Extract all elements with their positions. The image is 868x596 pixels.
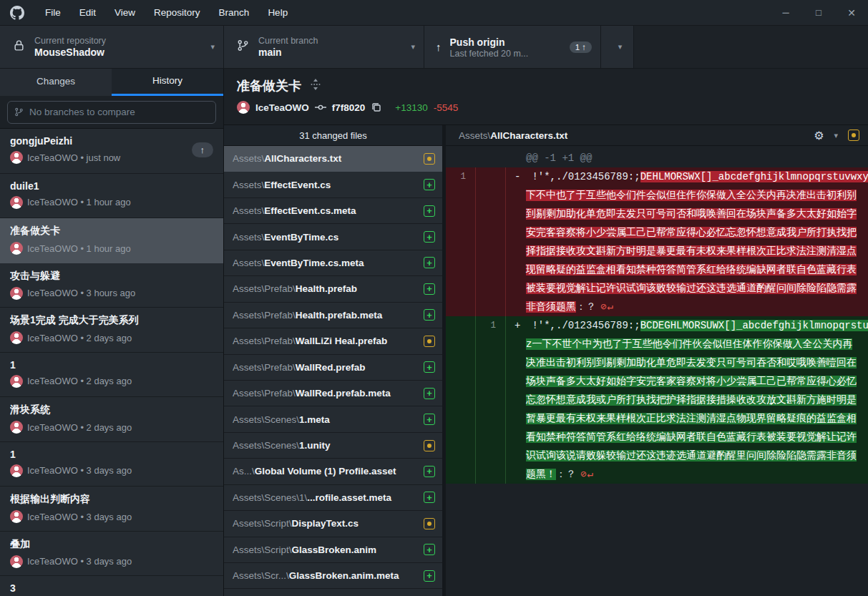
commit-list-item[interactable]: duile1 IceTeaOWO • 1 hour ago	[0, 174, 223, 219]
diff-file-header: Assets\AllCharacters.txt ⚙ ▾	[446, 125, 868, 146]
maximize-button[interactable]: □	[802, 0, 835, 26]
main-panel: 准备做关卡 IceTeaOWO f7f8020 +13130	[224, 69, 868, 596]
new-line-number	[476, 149, 506, 167]
file-list-item[interactable]: As...\Global Volume (1) Profile.asset	[224, 459, 442, 484]
file-name: Global Volume (1) Profile.asset	[255, 466, 396, 477]
file-path-prefix: Assets\Scenes\1\	[233, 492, 307, 503]
gear-icon[interactable]: ⚙	[814, 129, 824, 142]
commit-meta: IceTeaOWO • 2 days ago	[27, 333, 132, 343]
copy-icon[interactable]	[371, 102, 382, 113]
file-name: EventByTime.cs.meta	[264, 258, 364, 268]
commit-list-item[interactable]: 3	[0, 576, 223, 596]
file-name: WallLiZi Heal.prefab	[296, 336, 388, 346]
push-options-dropdown[interactable]: ▾	[601, 26, 634, 68]
file-list-item[interactable]: Assets\Prefab\WallRed.prefab.meta	[224, 381, 442, 406]
file-list-item[interactable]: Assets\Scenes\1\...rofile.asset.meta	[224, 485, 442, 511]
file-list-item[interactable]: Assets\Script\GlassBroken.anim	[224, 537, 442, 563]
commit-list-item[interactable]: 1 IceTeaOWO • 2 days ago	[0, 353, 223, 398]
menubar-item[interactable]: View	[105, 0, 145, 26]
file-path-prefix: Assets\	[233, 205, 264, 216]
commit-title: 准备做关卡	[10, 225, 213, 238]
new-line-number	[476, 223, 506, 242]
commit-list-item[interactable]: 根据输出判断内容 IceTeaOWO • 3 days ago	[0, 487, 223, 532]
file-list-item[interactable]: Assets\Script\DisplayText.cs	[224, 511, 442, 537]
unpushed-badge: ↑	[192, 142, 214, 157]
new-line-number	[476, 335, 506, 353]
old-line-number	[446, 353, 476, 372]
minimize-button[interactable]: ─	[769, 0, 802, 26]
new-line-number	[476, 409, 506, 428]
menubar-item[interactable]: Branch	[210, 0, 259, 26]
file-path-prefix: Assets\Scr...\	[233, 570, 289, 581]
commit-title: 1	[10, 449, 213, 460]
new-line-number: 1	[476, 316, 506, 335]
diff-panel: Assets\AllCharacters.txt ⚙ ▾	[446, 125, 868, 596]
file-list-item[interactable]: Assets\Scenes\1.unity	[224, 433, 442, 459]
menubar-item[interactable]: Repository	[145, 0, 210, 26]
file-list-item[interactable]: Assets\AllCharacters.txt	[224, 146, 442, 172]
commit-list-item[interactable]: gongjuPeizhi IceTeaOWO • just now ↑	[0, 129, 223, 174]
file-name: WallRed.prefab.meta	[296, 388, 391, 399]
current-repository-value: MouseShadow	[34, 47, 205, 58]
avatar	[10, 196, 23, 209]
file-name: ...rofile.asset.meta	[307, 492, 391, 503]
file-path-prefix: Assets\Scenes\	[233, 440, 299, 451]
commit-title: gongjuPeizhi	[10, 135, 213, 147]
file-status-icon	[424, 231, 435, 243]
file-name: Health.prefab	[296, 283, 357, 294]
close-button[interactable]: ✕	[835, 0, 868, 26]
chevron-down-icon: ▾	[210, 42, 215, 52]
branch-filter-input[interactable]	[7, 101, 216, 124]
file-list-item[interactable]: Assets\Prefab\Health.prefab	[224, 276, 442, 302]
commit-list-item[interactable]: 攻击与躲避 IceTeaOWO • 3 hours ago	[0, 263, 223, 308]
commit-list-item[interactable]: 场景1完成 完成大于完美系列 IceTeaOWO • 2 days ago	[0, 308, 223, 353]
old-line-number	[446, 149, 476, 167]
old-line-number	[446, 186, 476, 205]
current-branch-button[interactable]: Current branch main ▾	[224, 26, 424, 68]
push-origin-button[interactable]: ↑ Push origin Last fetched 20 m... 1 ↑	[424, 26, 601, 68]
file-list-item[interactable]	[224, 589, 442, 596]
commit-list-item[interactable]: 滑块系统 IceTeaOWO • 2 days ago	[0, 397, 223, 442]
commit-meta: IceTeaOWO • 3 days ago	[27, 556, 132, 567]
old-line-number	[446, 298, 476, 316]
file-list-item[interactable]: Assets\EffectEvent.cs.meta	[224, 198, 442, 224]
diff-content: @@ -1 +1 @@ 1 - !'*,./0123456789:;DEHLMO…	[446, 146, 868, 596]
commit-meta: IceTeaOWO • 1 hour ago	[27, 197, 131, 207]
commit-list-item[interactable]: 准备做关卡 IceTeaOWO • 1 hour ago	[0, 218, 223, 263]
tab-changes[interactable]: Changes	[0, 69, 112, 96]
file-status-icon	[424, 309, 435, 321]
file-status-icon	[424, 283, 435, 295]
commit-title: 场景1完成 完成大于完美系列	[10, 314, 213, 327]
chevron-down-icon[interactable]: ▾	[834, 131, 838, 140]
file-list-item[interactable]: Assets\EventByTime.cs.meta	[224, 250, 442, 276]
file-name: EventByTime.cs	[264, 232, 338, 243]
file-list-item[interactable]: Assets\Prefab\WallLiZi Heal.prefab	[224, 328, 442, 354]
menubar-item[interactable]: File	[36, 0, 70, 26]
menubar-item[interactable]: Edit	[70, 0, 105, 26]
current-branch-label: Current branch	[258, 36, 405, 46]
commit-title: 叠加	[10, 538, 213, 551]
file-name: EffectEvent.cs	[264, 180, 331, 190]
file-list-item[interactable]: Assets\Scenes\1.meta	[224, 406, 442, 432]
menubar-item[interactable]: Help	[258, 0, 297, 26]
ahead-count-badge: 1 ↑	[570, 41, 592, 53]
commit-meta: IceTeaOWO • just now	[27, 152, 120, 163]
file-list-item[interactable]: Assets\EffectEvent.cs	[224, 172, 442, 197]
file-name: GlassBroken.anim.meta	[289, 570, 399, 581]
file-list-item[interactable]: Assets\Prefab\WallRed.prefab	[224, 355, 442, 381]
commit-list-item[interactable]: 叠加 IceTeaOWO • 3 days ago	[0, 532, 223, 577]
tab-history[interactable]: History	[112, 69, 223, 96]
current-repository-button[interactable]: Current repository MouseShadow ▾	[0, 26, 224, 68]
commit-meta: IceTeaOWO • 1 hour ago	[27, 243, 131, 254]
commit-list-item[interactable]: 1 IceTeaOWO • 3 days ago	[0, 442, 223, 487]
file-path-prefix: Assets\Script\	[233, 518, 292, 529]
file-status-icon	[424, 361, 435, 373]
drag-handle-icon[interactable]	[310, 79, 321, 93]
avatar	[237, 101, 250, 114]
file-list-item[interactable]: Assets\EventByTime.cs	[224, 224, 442, 250]
avatar	[10, 421, 23, 434]
file-list-item[interactable]: Assets\Prefab\Health.prefab.meta	[224, 303, 442, 328]
file-path-prefix: Assets\	[233, 232, 264, 243]
file-list-item[interactable]: Assets\Scr...\GlassBroken.anim.meta	[224, 563, 442, 589]
commit-meta: IceTeaOWO • 2 days ago	[27, 422, 132, 433]
